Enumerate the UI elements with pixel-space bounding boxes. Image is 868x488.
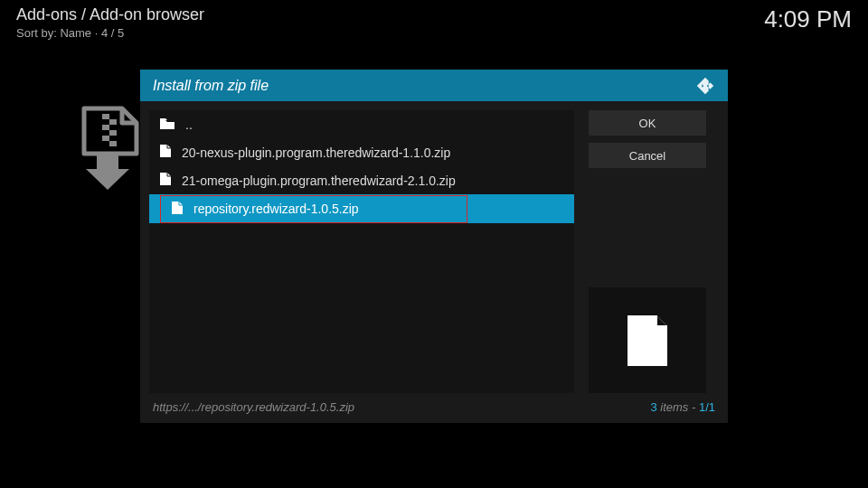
file-icon [172, 202, 183, 217]
file-label: repository.redwizard-1.0.5.zip [193, 202, 359, 216]
breadcrumb: Add-ons / Add-on browser [16, 5, 852, 24]
folder-icon [160, 117, 175, 132]
file-icon [160, 173, 171, 188]
file-list[interactable]: .. 20-nexus-plugin.program.theredwizard-… [149, 110, 574, 393]
file-row-selected[interactable]: repository.redwizard-1.0.5.zip [149, 194, 574, 223]
file-icon [160, 145, 171, 160]
file-preview-icon [626, 314, 669, 368]
clock: 4:09 PM [764, 5, 852, 33]
cancel-button[interactable]: Cancel [589, 143, 706, 168]
svg-rect-0 [102, 114, 109, 119]
zip-install-icon [75, 101, 146, 192]
file-label: 20-nexus-plugin.program.theredwizard-1.1… [182, 145, 450, 160]
file-label: .. [185, 117, 193, 132]
file-label: 21-omega-plugin.program.theredwizard-2.1… [182, 174, 456, 188]
parent-directory-row[interactable]: .. [149, 110, 574, 138]
file-row[interactable]: 21-omega-plugin.program.theredwizard-2.1… [149, 166, 574, 194]
svg-rect-5 [109, 141, 117, 146]
dialog-titlebar: Install from zip file [140, 70, 728, 101]
ok-button[interactable]: OK [589, 110, 706, 136]
file-preview [589, 287, 706, 393]
sort-by-label: Sort by: Name · 4 / 5 [16, 26, 852, 40]
svg-rect-3 [109, 130, 117, 136]
file-row[interactable]: 20-nexus-plugin.program.theredwizard-1.1… [149, 138, 574, 166]
kodi-logo-icon [695, 76, 715, 96]
svg-rect-1 [109, 119, 117, 125]
svg-rect-2 [102, 125, 109, 130]
footer-item-count: 3 items - 1/1 [650, 400, 715, 414]
dialog-title: Install from zip file [153, 78, 269, 94]
footer-path: https://.../repository.redwizard-1.0.5.z… [153, 400, 354, 414]
svg-rect-4 [102, 136, 109, 141]
install-zip-dialog: Install from zip file .. 20-nexus-plugin… [140, 70, 728, 423]
